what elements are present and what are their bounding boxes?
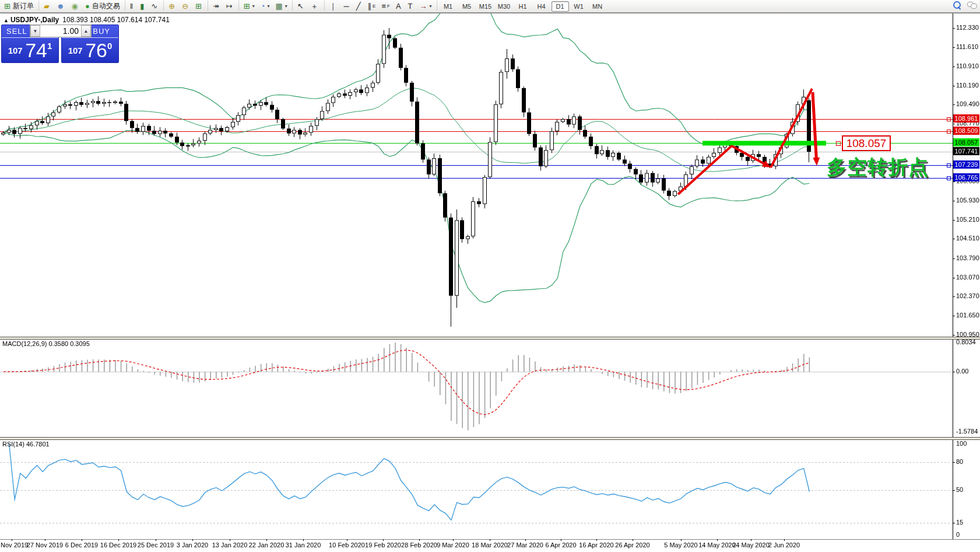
date-label: 5 May 2020 xyxy=(664,541,697,548)
zoom-out-icon: ⊖ xyxy=(182,2,188,10)
zoom-in-icon[interactable]: ⊕ xyxy=(166,1,178,12)
rsi-panel-splitter[interactable] xyxy=(0,437,980,440)
price-tick-label: 105.210 xyxy=(956,216,979,223)
date-label: 26 Apr 2020 xyxy=(615,541,649,548)
dropdown-arrow-icon: ▾ xyxy=(268,4,270,9)
toolbar-right xyxy=(953,1,977,9)
autotrading-button[interactable]: ●自动交易 xyxy=(83,1,122,12)
symbol-collapse-icon[interactable]: ▲ xyxy=(3,18,9,23)
line-chart-icon[interactable]: ∿ xyxy=(149,1,161,12)
signals-icon: ◉ xyxy=(72,2,78,10)
new-order-icon: ⊞ xyxy=(4,2,10,10)
price-tick-label: 102.370 xyxy=(956,292,979,299)
macd-panel-splitter[interactable] xyxy=(0,337,980,340)
toolbar-separator xyxy=(437,1,437,11)
new-order-button[interactable]: ⊞新订单 xyxy=(2,1,36,12)
price-tick-label: 109.490 xyxy=(956,100,979,107)
price-tick-label: 101.650 xyxy=(956,312,979,319)
date-label: 16 Apr 2020 xyxy=(579,541,613,548)
chat-icon[interactable] xyxy=(967,2,977,9)
macd-tick-label: -1.5784 xyxy=(956,428,978,435)
text-label-icon: T xyxy=(408,2,413,10)
sell-label: SELL xyxy=(2,27,27,36)
search-icon[interactable] xyxy=(953,1,961,9)
chart-shift-icon[interactable]: ↦ xyxy=(224,1,236,12)
horizontal-line-icon[interactable]: ─ xyxy=(342,1,353,12)
timeframe-button-m30[interactable]: M30 xyxy=(496,1,513,12)
toolbar-separator xyxy=(208,1,208,11)
price-tick-label: 103.070 xyxy=(956,274,979,281)
search-handle xyxy=(958,6,961,10)
trendline-icon: ╱ xyxy=(356,2,361,10)
volume-increase-button[interactable]: ▲ xyxy=(81,25,91,37)
toolbar-separator xyxy=(238,1,239,11)
price-tick-label: 111.610 xyxy=(956,43,978,50)
one-click-trading-widget: SELL 107 741 BUY 107 760 ▼ 1.00 ▲ xyxy=(1,25,119,63)
date-label: 27 Mar 2020 xyxy=(507,541,543,548)
toolbar-separator xyxy=(163,1,164,11)
price-level-label[interactable]: 108.057 xyxy=(842,135,891,151)
text-icon[interactable]: A xyxy=(394,1,405,12)
date-label: 3 Jan 2020 xyxy=(177,541,208,548)
crosshair-icon[interactable]: ＋ xyxy=(308,1,322,12)
text-label-icon[interactable]: T xyxy=(406,1,416,12)
trendline-icon[interactable]: ╱ xyxy=(354,1,364,12)
periods-icon: ◔ xyxy=(261,2,265,10)
price-badge: 107.741 xyxy=(953,147,979,155)
timeframe-button-d1[interactable]: D1 xyxy=(552,1,569,12)
timeframe-bar: M1M5M15M30H1H4D1W1MN xyxy=(439,1,607,12)
date-label: 6 Apr 2020 xyxy=(545,541,576,548)
equidistant-channel-icon[interactable]: ∥E xyxy=(366,1,378,12)
templates-icon: ▦ xyxy=(276,2,283,10)
volume-input[interactable]: 1.00 xyxy=(40,25,81,37)
date-label: 24 May 2020 xyxy=(732,541,770,548)
periods-icon[interactable]: ◔▾ xyxy=(258,1,272,12)
cursor-icon[interactable]: ↖ xyxy=(295,1,307,12)
community-icon: ☻ xyxy=(57,2,65,10)
price-badge: 107.239 xyxy=(953,160,979,169)
symbol-name: USDJPY-,Daily xyxy=(10,16,59,24)
zoom-out-icon[interactable]: ⊖ xyxy=(180,1,192,12)
fibonacci-icon[interactable]: ≡F xyxy=(379,1,392,12)
bar-chart-icon[interactable]: ‖ xyxy=(128,1,136,12)
rsi-tick-label: 0 xyxy=(956,531,960,538)
price-tick-label: 110.190 xyxy=(956,82,979,89)
arrows-icon[interactable]: →▾ xyxy=(417,1,434,12)
tile-windows-icon: ⊞ xyxy=(195,2,202,10)
candlestick-chart-icon[interactable]: ▮ xyxy=(138,1,147,12)
vertical-line-icon[interactable]: ｜ xyxy=(327,1,340,12)
tile-windows-icon[interactable]: ⊞ xyxy=(193,1,205,12)
date-label: 19 Feb 2020 xyxy=(365,541,401,548)
timeframe-button-h1[interactable]: H1 xyxy=(514,1,532,12)
signals-icon[interactable]: ◉ xyxy=(69,1,82,12)
zoom-in-icon: ⊕ xyxy=(168,2,175,10)
annotation-text-cn: 多空转折点 xyxy=(827,154,929,181)
community-icon[interactable]: ☻ xyxy=(54,1,68,12)
macd-indicator-label: MACD(12,26,9) 0.3580 0.3095 xyxy=(2,340,90,347)
timeframe-button-mn[interactable]: MN xyxy=(589,1,606,12)
auto-scroll-icon: ↠ xyxy=(213,2,219,10)
timeframe-button-h4[interactable]: H4 xyxy=(533,1,550,12)
timeframe-button-m15[interactable]: M15 xyxy=(477,1,494,12)
toolbar-separator xyxy=(324,1,325,11)
volume-decrease-button[interactable]: ▼ xyxy=(30,25,40,37)
bar-chart-icon: ‖ xyxy=(130,2,133,10)
date-label: 6 Dec 2019 xyxy=(65,541,98,548)
templates-icon[interactable]: ▦▾ xyxy=(273,1,290,12)
buy-label: BUY xyxy=(93,27,118,36)
macd-tick-label: 0.00 xyxy=(956,368,968,375)
date-label: 14 May 2020 xyxy=(698,541,736,548)
timeframe-button-m1[interactable]: M1 xyxy=(440,1,457,12)
dropdown-arrow-icon: ▾ xyxy=(430,4,432,9)
volume-stepper: ▼ 1.00 ▲ xyxy=(30,25,92,37)
rsi-indicator-label: RSI(14) 46.7801 xyxy=(2,441,50,448)
horizontal-line-icon: ─ xyxy=(344,2,349,10)
line-chart-icon: ∿ xyxy=(151,2,157,10)
timeframe-button-m5[interactable]: M5 xyxy=(458,1,476,12)
market-watch-icon[interactable]: ▰ xyxy=(41,1,53,12)
new-chart-icon[interactable]: ⊞▾ xyxy=(241,1,257,12)
auto-scroll-icon[interactable]: ↠ xyxy=(210,1,223,12)
price-chart-canvas[interactable] xyxy=(0,0,980,552)
timeframe-button-w1[interactable]: W1 xyxy=(570,1,588,12)
toolbar-separator xyxy=(125,1,125,11)
